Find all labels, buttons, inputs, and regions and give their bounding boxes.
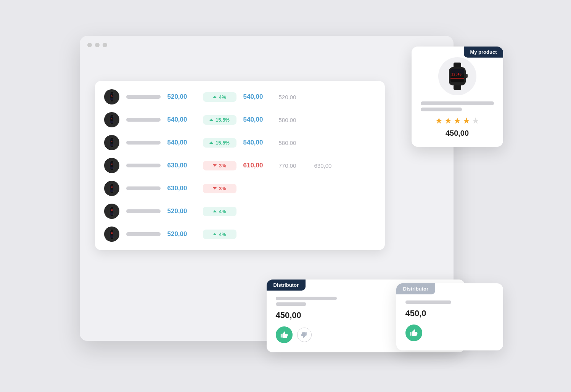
svg-rect-13 — [111, 146, 113, 147]
price-main: 520,00 — [167, 93, 196, 101]
svg-rect-23 — [111, 192, 113, 193]
row-label — [126, 118, 161, 122]
product-name-bar — [421, 101, 494, 105]
browser-toolbar — [80, 36, 454, 52]
star-row: ★ ★ ★ ★ ★ — [412, 116, 503, 126]
badge-down: 3% — [203, 161, 236, 170]
my-product-badge: My product — [464, 47, 503, 58]
watch-icon: 12 — [104, 158, 119, 173]
price-2: 540,00 — [243, 139, 272, 146]
svg-rect-28 — [111, 215, 113, 216]
svg-rect-3 — [111, 100, 113, 101]
svg-text:12: 12 — [111, 232, 113, 234]
table-panel: 12 520,00 4% 540,00 520,00 12 — [95, 81, 385, 250]
table-row: 12 520,00 4% 540,00 520,00 — [95, 85, 385, 108]
row-label — [126, 186, 161, 190]
distributor-badge-right: Distributor — [396, 283, 435, 294]
price-3: 580,00 — [279, 117, 307, 123]
watch-icon: 12 — [104, 112, 119, 127]
table-row: 12 540,00 15.5% 540,00 580,00 — [95, 131, 385, 154]
thumb-up-icon-right — [410, 329, 418, 337]
svg-text:12: 12 — [111, 117, 113, 120]
badge-up: 4% — [203, 92, 236, 102]
svg-text:12: 12 — [111, 209, 113, 211]
svg-rect-8 — [111, 123, 113, 124]
price-main: 630,00 — [167, 185, 196, 192]
dist-price-main: 450,00 — [276, 310, 410, 320]
svg-rect-32 — [111, 230, 113, 231]
star-1: ★ — [435, 116, 443, 126]
thumbs-row — [276, 326, 410, 343]
svg-text:12: 12 — [111, 163, 113, 165]
price-3: 770,00 — [279, 162, 307, 169]
dist-price-right: 450,0 — [405, 308, 494, 318]
badge-up: 15.5% — [203, 115, 236, 125]
svg-text:12: 12 — [111, 186, 113, 188]
watch-icon: 12 — [104, 181, 119, 196]
chevron-up-icon — [209, 141, 213, 144]
svg-text:12:45: 12:45 — [451, 72, 462, 76]
svg-rect-22 — [111, 184, 113, 185]
thumbs-row-right — [405, 325, 494, 341]
star-2: ★ — [444, 116, 452, 126]
thumb-down-button[interactable] — [297, 328, 312, 342]
price-3: 580,00 — [279, 140, 307, 146]
svg-rect-17 — [111, 161, 113, 162]
svg-rect-27 — [111, 207, 113, 208]
dist-label-bar-narrow — [276, 302, 306, 306]
svg-text:12: 12 — [111, 140, 113, 143]
my-product-card: My product 12:45 — [412, 47, 503, 147]
table-row: 12 520,00 4% — [95, 200, 385, 223]
watch-icon: 12 — [104, 204, 119, 219]
watch-icon: 12 — [104, 135, 119, 150]
thumb-down-icon — [301, 331, 308, 338]
row-label — [126, 141, 161, 145]
svg-rect-12 — [111, 138, 113, 139]
price-2-red: 610,00 — [243, 162, 272, 169]
table-row: 12 630,00 3% — [95, 177, 385, 200]
my-product-price: 450,00 — [412, 129, 503, 138]
price-2: 540,00 — [243, 93, 272, 101]
price-3: 520,00 — [279, 94, 307, 100]
price-main: 520,00 — [167, 230, 196, 238]
distributor-card-right: Distributor 450,0 — [396, 283, 503, 350]
table-row: 12 630,00 3% 610,00 770,00 630,00 — [95, 154, 385, 177]
price-main: 520,00 — [167, 207, 196, 215]
svg-rect-36 — [454, 85, 461, 90]
svg-rect-33 — [111, 238, 113, 239]
product-watch-image: 12:45 — [442, 61, 473, 92]
window-dot-2 — [95, 43, 100, 47]
price-main: 540,00 — [167, 139, 196, 146]
row-label — [126, 209, 161, 213]
dist-label-bar-right — [405, 300, 451, 304]
chevron-up-icon — [213, 96, 217, 98]
thumb-up-icon — [280, 331, 288, 339]
chevron-down-icon — [213, 164, 217, 167]
price-4: 630,00 — [314, 162, 343, 169]
svg-rect-35 — [454, 63, 461, 68]
chevron-up-icon — [209, 119, 213, 121]
chevron-up-icon — [213, 233, 217, 235]
watch-icon: 12 — [104, 227, 119, 242]
svg-text:12: 12 — [111, 95, 113, 97]
chevron-down-icon — [213, 187, 217, 190]
badge-up: 15.5% — [203, 138, 236, 148]
table-row: 12 520,00 4% — [95, 223, 385, 246]
thumb-up-button-right[interactable] — [405, 325, 422, 341]
product-name-bar-secondary — [421, 108, 462, 111]
badge-down: 3% — [203, 184, 236, 193]
table-row: 12 540,00 15.5% 540,00 580,00 — [95, 108, 385, 131]
row-label — [126, 232, 161, 236]
svg-rect-2 — [111, 92, 113, 93]
thumb-up-button[interactable] — [276, 326, 293, 343]
product-image-circle: 12:45 — [438, 57, 476, 95]
dist-content-right: 450,0 — [396, 294, 503, 341]
distributor-badge-main: Distributor — [267, 280, 306, 291]
window-dot-3 — [103, 43, 107, 47]
star-5-empty: ★ — [472, 116, 479, 126]
row-label — [126, 164, 161, 167]
star-3: ★ — [454, 116, 461, 126]
price-main: 540,00 — [167, 116, 196, 124]
badge-up: 4% — [203, 230, 236, 239]
dist-info-right: 450,0 — [405, 300, 494, 341]
